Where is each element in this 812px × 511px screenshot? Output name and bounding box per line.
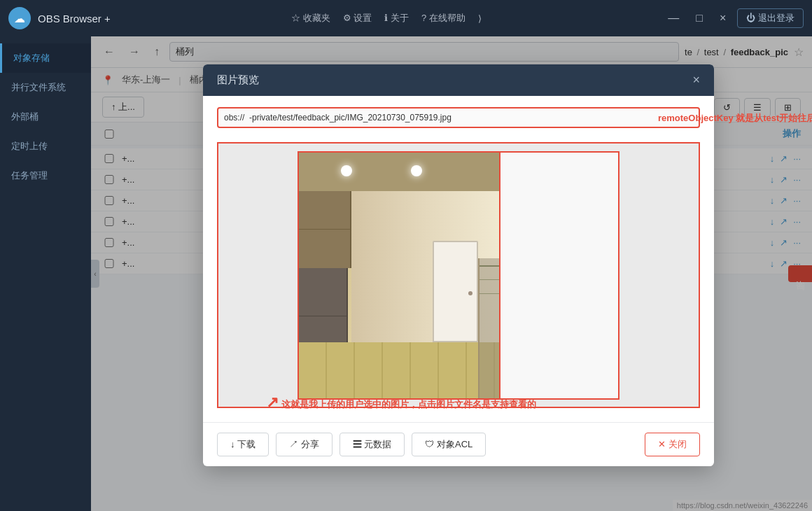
cloud-icon: ☁ [14, 12, 25, 25]
titlebar: ☁ OBS Browser + ☆ 收藏夹 ⚙ 设置 ℹ 关于 ? 在线帮助 ⟩… [0, 0, 812, 36]
download-button[interactable]: ↓ 下载 [217, 433, 269, 456]
image-url-input[interactable] [217, 107, 700, 128]
preview-image [298, 151, 500, 400]
dialog-body: remoteObjectKey 就是从test开始往后的那个路径 [203, 96, 714, 422]
sidebar-item-task-management[interactable]: 任务管理 [0, 161, 91, 190]
sidebar-item-parallel-fs[interactable]: 并行文件系统 [0, 73, 91, 102]
close-dialog-button[interactable]: ✕ 关闭 [645, 433, 700, 456]
share-button[interactable]: ↗ 分享 [276, 433, 332, 456]
url-bar-container: remoteObjectKey 就是从test开始往后的那个路径 [217, 107, 700, 136]
close-window-button[interactable]: × [714, 9, 732, 27]
sidebar-item-object-storage[interactable]: 对象存储 [0, 43, 91, 73]
titlebar-nav: ☆ 收藏夹 ⚙ 设置 ℹ 关于 ? 在线帮助 ⟩ [291, 12, 482, 24]
window-controls: — □ × ⏻ 退出登录 [662, 8, 804, 28]
image-preview-dialog: 图片预览 × remoteObjectKey 就是从test开始往后的那个路径 [203, 64, 714, 466]
sidebar-item-external-bucket[interactable]: 外部桶 [0, 102, 91, 132]
sidebar: 对象存储 并行文件系统 外部桶 定时上传 任务管理 ‹ [0, 36, 91, 511]
titlebar-left: ☁ OBS Browser + [8, 7, 111, 29]
dialog-title: 图片预览 [217, 74, 259, 87]
image-preview-container [217, 142, 700, 408]
content-area: ← → ↑ te / test / feedback_pic ☆ 📍 华东-上海… [91, 36, 812, 511]
nav-more[interactable]: ⟩ [478, 13, 482, 24]
dialog-header: 图片预览 × [203, 64, 714, 96]
image-white-area [500, 151, 620, 400]
dialog-close-button[interactable]: × [692, 73, 700, 88]
metadata-button[interactable]: ☰ 元数据 [340, 433, 405, 456]
nav-favorites[interactable]: ☆ 收藏夹 [291, 12, 330, 24]
app-title: OBS Browser + [38, 13, 111, 24]
sidebar-item-scheduled-upload[interactable]: 定时上传 [0, 132, 91, 161]
app-logo: ☁ [8, 7, 31, 29]
acl-button[interactable]: 🛡 对象ACL [412, 433, 486, 456]
main-layout: 对象存储 并行文件系统 外部桶 定时上传 任务管理 ‹ ← → ↑ te / t… [0, 36, 812, 511]
nav-help[interactable]: ? 在线帮助 [421, 12, 465, 24]
dialog-footer: ↓ 下载 ↗ 分享 ☰ 元数据 🛡 对象ACL ✕ 关闭 [203, 422, 714, 466]
maximize-button[interactable]: □ [690, 9, 708, 27]
minimize-button[interactable]: — [662, 9, 685, 27]
footer-left-buttons: ↓ 下载 ↗ 分享 ☰ 元数据 🛡 对象ACL [217, 433, 486, 456]
logout-button[interactable]: ⏻ 退出登录 [737, 8, 804, 28]
nav-about[interactable]: ℹ 关于 [384, 12, 409, 24]
dialog-overlay: 图片预览 × remoteObjectKey 就是从test开始往后的那个路径 [91, 36, 812, 511]
nav-settings[interactable]: ⚙ 设置 [343, 12, 372, 24]
